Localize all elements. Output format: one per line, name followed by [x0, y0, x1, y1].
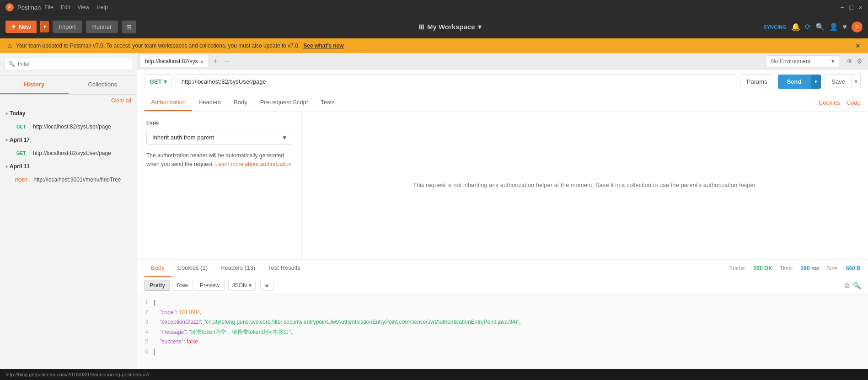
- time-label: Time:: [780, 265, 793, 272]
- search-global-icon[interactable]: 🔍: [815, 22, 825, 31]
- builder-icon-button[interactable]: ⊞: [122, 21, 136, 33]
- date-header-april17: ▾ April 17: [0, 133, 137, 147]
- environment-select[interactable]: No Environment ▾: [766, 55, 839, 67]
- clear-all-button[interactable]: Clear all: [0, 95, 137, 107]
- env-settings-button[interactable]: ⚙: [857, 58, 863, 65]
- close-button[interactable]: ×: [859, 4, 863, 11]
- bottom-bar-text: http://blog.getpostman.com/2018/03/19/an…: [5, 372, 150, 377]
- minimize-button[interactable]: −: [840, 4, 844, 11]
- format-raw-button[interactable]: Raw: [172, 280, 193, 291]
- send-dropdown-button[interactable]: ▾: [810, 75, 821, 89]
- url-input[interactable]: [176, 74, 736, 89]
- workspace-button[interactable]: ⊞ My Workspace ▾: [418, 23, 482, 31]
- history-group-today: ▾ Today GET http://localhost:82/sysUser/…: [0, 107, 137, 133]
- sync-icon[interactable]: ⟳: [805, 22, 811, 31]
- tab-headers[interactable]: Headers: [192, 94, 227, 111]
- format-pretty-button[interactable]: Pretty: [145, 280, 170, 291]
- copy-button[interactable]: ⧉: [845, 282, 849, 289]
- response-code-block: 1 { 2 "code": 1011004, 3 "exceptionClazz…: [137, 294, 868, 369]
- auth-info-panel: This request is not inheriting any autho…: [302, 112, 868, 259]
- request-tab-active[interactable]: http://localhost:82/sys ●: [139, 55, 209, 67]
- resp-tab-body[interactable]: Body: [145, 260, 171, 277]
- heart-icon[interactable]: ♥: [843, 23, 847, 31]
- import-button[interactable]: Import: [53, 21, 82, 33]
- app-title: Postman: [17, 4, 41, 11]
- titlebar: P Postman File Edit View Help − □ ×: [0, 0, 868, 15]
- new-button[interactable]: ✦ New: [5, 21, 37, 33]
- send-button[interactable]: Send: [778, 75, 811, 89]
- date-header-april11: ▾ April 11: [0, 160, 137, 173]
- sidebar-search-area: 🔍: [0, 53, 137, 75]
- save-button[interactable]: Save: [825, 74, 852, 89]
- banner-message: Your team updated to Postman v7.0. To ac…: [16, 43, 300, 49]
- main-layout: 🔍 History Collections Clear all ▾ Today …: [0, 53, 868, 369]
- menu-view[interactable]: View: [77, 4, 89, 11]
- runner-button[interactable]: Runner: [86, 21, 118, 33]
- tab-more-button[interactable]: ···: [221, 58, 233, 64]
- env-eye-button[interactable]: 👁: [847, 58, 853, 65]
- warning-icon: ⚠: [7, 43, 12, 49]
- chevron-down-icon: ▾: [283, 134, 286, 141]
- add-tab-button[interactable]: +: [209, 53, 221, 70]
- new-dropdown-button[interactable]: ▾: [40, 21, 49, 32]
- send-button-group: Send ▾: [778, 75, 821, 89]
- resp-tab-test-results[interactable]: Test Results: [262, 260, 307, 277]
- banner-close-button[interactable]: ✕: [855, 42, 861, 49]
- wrap-button[interactable]: ≡: [260, 280, 273, 291]
- filter-input[interactable]: [5, 58, 132, 70]
- workspace-center: ⊞ My Workspace ▾: [140, 23, 760, 31]
- params-button[interactable]: Params: [740, 74, 774, 89]
- titlebar-left: P Postman File Edit View Help: [5, 3, 108, 11]
- resp-tab-cookies[interactable]: Cookies (1): [171, 260, 214, 277]
- history-url: http://localhost:82/sysUser/page: [33, 123, 111, 130]
- code-line-3: 3 "exceptionClazz": "cn.stylefeng.guns.s…: [137, 317, 868, 327]
- tab-authorization[interactable]: Authorization: [145, 94, 192, 111]
- menu-help[interactable]: Help: [96, 4, 108, 11]
- menu-edit[interactable]: Edit: [61, 4, 70, 11]
- status-label: Status:: [729, 265, 746, 272]
- history-url: http://localhost:9001//menu/findTree: [33, 177, 121, 183]
- toolbar-right: SYNCING 🔔 ⟳ 🔍 👤 ♥ P: [763, 21, 863, 32]
- avatar-icon[interactable]: P: [852, 21, 863, 32]
- auth-learn-more-link[interactable]: Learn more about authorization: [215, 161, 292, 167]
- method-post-badge: POST: [13, 177, 30, 183]
- titlebar-menu: File Edit View Help: [44, 4, 108, 11]
- tab-pre-request-script[interactable]: Pre-request Script: [254, 94, 315, 111]
- auth-section: TYPE Inherit auth from parent ▾ The auth…: [137, 112, 868, 259]
- tab-history[interactable]: History: [0, 75, 69, 94]
- list-item[interactable]: GET http://localhost:82/sysUser/page: [0, 120, 137, 133]
- menu-file[interactable]: File: [44, 4, 53, 11]
- search-button[interactable]: 🔍: [853, 282, 861, 289]
- auth-type-select[interactable]: Inherit auth from parent ▾: [146, 130, 292, 145]
- env-icons: 👁 ⚙: [847, 58, 863, 65]
- tab-tests[interactable]: Tests: [314, 94, 341, 111]
- response-section: Body Cookies (1) Headers (13) Test Resul…: [137, 259, 868, 369]
- bottom-bar: http://blog.getpostman.com/2018/03/19/an…: [0, 369, 868, 380]
- auth-panel: TYPE Inherit auth from parent ▾ The auth…: [137, 112, 302, 259]
- tab-collections[interactable]: Collections: [69, 75, 137, 94]
- list-item[interactable]: POST http://localhost:9001//menu/findTre…: [0, 173, 137, 186]
- maximize-button[interactable]: □: [849, 4, 853, 11]
- titlebar-controls: − □ ×: [840, 4, 863, 11]
- response-actions: ⧉ 🔍: [845, 282, 861, 289]
- notifications-icon[interactable]: 🔔: [791, 22, 800, 31]
- chevron-down-icon: ▾: [831, 58, 834, 64]
- save-dropdown-button[interactable]: ▾: [852, 74, 861, 89]
- history-url: http://localhost:82/sysUser/page: [33, 150, 111, 156]
- tab-body[interactable]: Body: [227, 94, 254, 111]
- code-line-1: 1 {: [137, 298, 868, 308]
- format-preview-button[interactable]: Preview: [195, 280, 225, 291]
- code-link[interactable]: Code: [847, 99, 861, 106]
- method-select[interactable]: GET ▾: [145, 74, 172, 89]
- cookies-link[interactable]: Cookies: [819, 99, 840, 106]
- list-item[interactable]: GET http://localhost:82/sysUser/page: [0, 147, 137, 160]
- banner-link[interactable]: See what's new: [303, 43, 343, 49]
- method-get-badge: GET: [13, 150, 29, 156]
- size-label: Size:: [826, 265, 839, 272]
- json-format-select[interactable]: JSON ▾: [228, 280, 256, 291]
- tab-unsaved-dot: ●: [200, 59, 203, 64]
- resp-tab-headers[interactable]: Headers (13): [214, 260, 262, 277]
- code-line-6: 6 }: [137, 347, 868, 357]
- size-value: 660 B: [846, 265, 861, 272]
- user-icon[interactable]: 👤: [829, 22, 838, 31]
